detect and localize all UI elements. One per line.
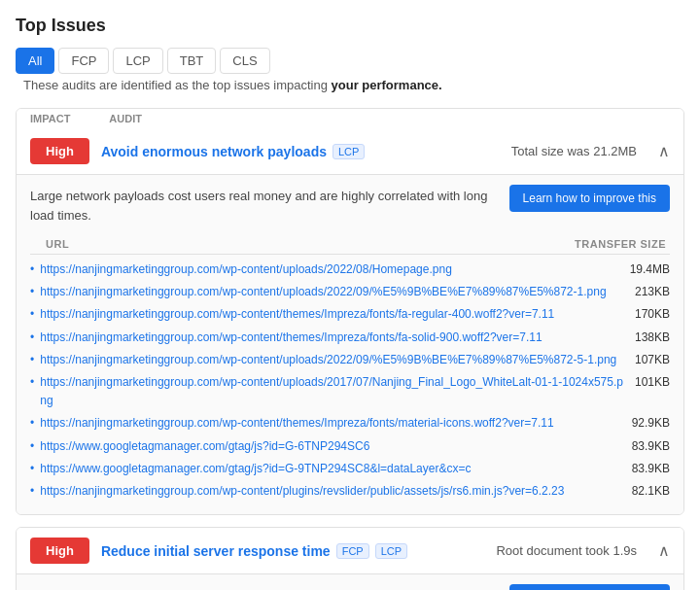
- top-issues-container: Top Issues All FCP LCP TBT CLS These aud…: [0, 0, 700, 590]
- chevron-up-icon[interactable]: ∧: [658, 142, 670, 160]
- learn-btn-server-response[interactable]: Learn how to improve this: [509, 584, 670, 590]
- tab-all[interactable]: All: [16, 48, 54, 74]
- list-item: https://nanjingmarketinggroup.com/wp-con…: [30, 281, 670, 303]
- issue-meta-server-response: Root document took 1.9s: [496, 543, 637, 558]
- learn-btn-network-payloads[interactable]: Learn how to improve this: [509, 185, 670, 212]
- tab-lcp[interactable]: LCP: [113, 48, 162, 74]
- impact-badge-high: High: [30, 138, 89, 164]
- issue-body-network-payloads: Learn how to improve this Large network …: [17, 175, 683, 514]
- col-audit-label: AUDIT: [109, 113, 142, 124]
- issue-header-network-payloads: High Avoid enormous network payloads LCP…: [17, 128, 683, 175]
- issue-meta-network-payloads: Total size was 21.2MB: [511, 144, 637, 158]
- list-item: https://nanjingmarketinggroup.com/wp-con…: [30, 412, 670, 434]
- list-item: https://www.googletagmanager.com/gtag/js…: [30, 435, 670, 458]
- issue-body-server-response: Learn how to improve this Keep the serve…: [17, 574, 683, 590]
- size-value: 19.4MB: [618, 260, 670, 279]
- size-value: 138KB: [623, 329, 670, 347]
- tab-description: These audits are identified as the top i…: [23, 78, 442, 92]
- issue-card-network-payloads: IMPACT AUDIT High Avoid enormous network…: [16, 108, 684, 515]
- url-link[interactable]: https://nanjingmarketinggroup.com/wp-con…: [40, 329, 623, 347]
- col-size-label: TRANSFER SIZE: [575, 238, 670, 250]
- tag-lcp: LCP: [332, 144, 365, 159]
- list-item: https://nanjingmarketinggroup.com/wp-con…: [30, 259, 670, 281]
- issue-title-network-payloads: Avoid enormous network payloads LCP: [101, 144, 500, 159]
- url-link[interactable]: https://nanjingmarketinggroup.com/wp-con…: [40, 414, 619, 433]
- tab-description-bold: your performance.: [332, 78, 442, 92]
- size-value: 213KB: [623, 283, 670, 301]
- issue-card-server-response: High Reduce initial server response time…: [16, 527, 684, 590]
- list-item: https://nanjingmarketinggroup.com/wp-con…: [30, 327, 670, 349]
- size-value: 83.9KB: [620, 460, 670, 478]
- url-link[interactable]: https://nanjingmarketinggroup.com/wp-con…: [40, 260, 617, 279]
- url-link[interactable]: https://www.googletagmanager.com/gtag/js…: [40, 437, 619, 456]
- issue-title-text: Avoid enormous network payloads: [101, 144, 327, 159]
- size-value: 170KB: [623, 305, 670, 324]
- url-link[interactable]: https://nanjingmarketinggroup.com/wp-con…: [40, 482, 619, 501]
- size-value: 83.9KB: [620, 437, 670, 456]
- chevron-up-icon-2[interactable]: ∧: [658, 541, 670, 560]
- issue-header-server-response: High Reduce initial server response time…: [17, 528, 683, 574]
- list-item: https://nanjingmarketinggroup.com/wp-con…: [30, 303, 670, 326]
- tab-tbt[interactable]: TBT: [167, 48, 217, 74]
- url-link[interactable]: https://www.googletagmanager.com/gtag/js…: [40, 460, 619, 478]
- size-value: 92.9KB: [620, 414, 670, 433]
- list-item: https://nanjingmarketinggroup.com/wp-con…: [30, 480, 670, 503]
- size-value: 101KB: [623, 373, 670, 410]
- list-item: https://nanjingmarketinggroup.com/wp-con…: [30, 371, 670, 412]
- issue-title-server-response: Reduce initial server response time FCP …: [101, 543, 485, 559]
- filter-tabs: All FCP LCP TBT CLS These audits are ide…: [16, 48, 684, 92]
- col-url-label: URL: [46, 238, 575, 250]
- size-value: 82.1KB: [620, 482, 670, 501]
- url-link[interactable]: https://nanjingmarketinggroup.com/wp-con…: [40, 351, 623, 369]
- page-title: Top Issues: [16, 16, 684, 36]
- url-link[interactable]: https://nanjingmarketinggroup.com/wp-con…: [40, 305, 623, 324]
- tag-lcp-2: LCP: [375, 543, 407, 559]
- issue-title-text-2: Reduce initial server response time: [101, 543, 331, 559]
- size-value: 107KB: [623, 351, 670, 369]
- list-item: https://www.googletagmanager.com/gtag/js…: [30, 458, 670, 480]
- url-list-network-payloads: https://nanjingmarketinggroup.com/wp-con…: [30, 259, 670, 503]
- tab-fcp[interactable]: FCP: [58, 48, 109, 74]
- tab-cls[interactable]: CLS: [220, 48, 269, 74]
- tag-fcp-2: FCP: [336, 543, 369, 559]
- url-link[interactable]: https://nanjingmarketinggroup.com/wp-con…: [40, 373, 623, 410]
- url-link[interactable]: https://nanjingmarketinggroup.com/wp-con…: [40, 283, 623, 301]
- list-item: https://nanjingmarketinggroup.com/wp-con…: [30, 349, 670, 371]
- table-header-network-payloads: URL TRANSFER SIZE: [30, 234, 670, 255]
- col-impact-label: IMPACT: [30, 113, 70, 124]
- impact-badge-high-2: High: [30, 538, 89, 564]
